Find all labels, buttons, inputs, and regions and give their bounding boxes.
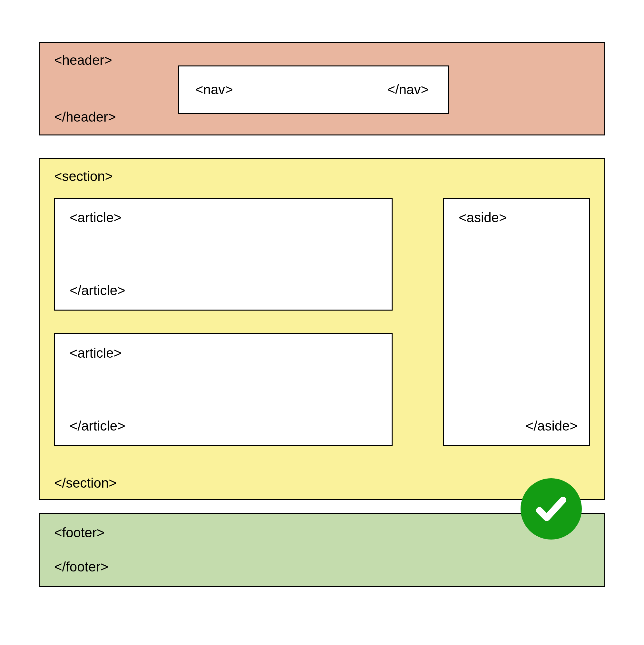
aside-open-tag: <aside> xyxy=(459,210,507,225)
nav-region: <nav> </nav> xyxy=(178,65,449,114)
aside-close-tag: </aside> xyxy=(526,418,578,434)
checkmark-icon xyxy=(521,478,582,540)
semantic-layout-diagram: <header> </header> <nav> </nav> <section… xyxy=(39,42,605,587)
header-open-tag: <header> xyxy=(54,52,112,68)
article-region: <article> </article> xyxy=(54,333,393,446)
section-close-tag: </section> xyxy=(54,475,117,491)
article-close-tag: </article> xyxy=(70,418,125,434)
article-open-tag: <article> xyxy=(70,210,121,225)
footer-close-tag: </footer> xyxy=(54,559,108,575)
header-region: <header> </header> <nav> </nav> xyxy=(39,42,605,136)
footer-region: <footer> </footer> xyxy=(39,513,605,587)
articles-column: <article> </article> <article> </article… xyxy=(54,198,393,469)
footer-open-tag: <footer> xyxy=(54,525,104,541)
section-open-tag: <section> xyxy=(54,169,113,184)
article-open-tag: <article> xyxy=(70,346,121,361)
nav-open-tag: <nav> xyxy=(195,82,233,97)
header-close-tag: </header> xyxy=(54,109,116,125)
article-close-tag: </article> xyxy=(70,283,125,298)
aside-region: <aside> </aside> xyxy=(443,198,590,446)
nav-close-tag: </nav> xyxy=(387,82,429,97)
section-region: <section> </section> <article> </article… xyxy=(39,158,605,500)
article-region: <article> </article> xyxy=(54,198,393,310)
